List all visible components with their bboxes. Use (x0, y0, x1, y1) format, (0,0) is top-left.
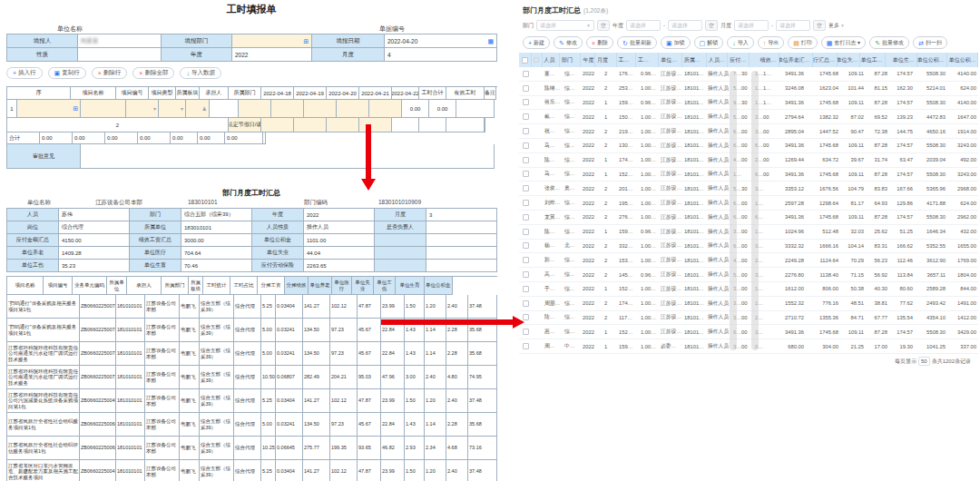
vertical-scrollbar[interactable] (751, 71, 759, 350)
table-row[interactable]: 陈继… 综… 2022 2 253… 1.00… 江苏设… 18101… 操作人… (519, 82, 978, 96)
table-row[interactable]: 张俊… 奥… 2022 2 201… 1.00… 江苏设… 18101… 操作人… (519, 182, 978, 196)
holiday-cell[interactable] (392, 118, 419, 133)
form-action-button[interactable]: × 删除全部 (132, 67, 174, 79)
toolbar-button[interactable]: ✎ 批量修改 (869, 36, 909, 49)
table-row[interactable]: 陈… 综… 2022 1 159… 0.96… 江苏设… 18101… 操作人员… (519, 225, 978, 240)
more-filters-button[interactable]: 更多▼ (828, 22, 845, 30)
row-checkbox[interactable] (523, 214, 529, 221)
table-row[interactable]: 刘烨… 综… 2022 2 195… 1.00… 江苏设… 18101… 操作人… (519, 196, 978, 211)
nature-field[interactable] (78, 48, 162, 62)
list-header-cell[interactable]: 年度 (581, 53, 595, 67)
reporter-field[interactable]: 刘某某 (78, 34, 162, 48)
list-header-cell[interactable]: 部门 (560, 53, 581, 67)
holiday-cell[interactable] (446, 118, 485, 133)
report-dept-field[interactable]: ⊞ (232, 34, 312, 48)
form-action-button[interactable]: × 删除行 (92, 67, 128, 79)
toolbar-button[interactable]: ⇄ 扫一扫 (913, 36, 947, 49)
form-action-button[interactable]: + 插入行 (6, 67, 43, 79)
row-checkbox[interactable] (523, 71, 529, 77)
dept-filter-select[interactable]: 请选择▼ (536, 20, 594, 31)
undertaker-input[interactable]: ♟ (186, 100, 210, 118)
list-header-cell[interactable]: 应付… (728, 53, 749, 67)
row-checkbox[interactable] (523, 85, 529, 92)
report-date-field[interactable]: 2022-04-20▦ (385, 34, 497, 48)
table-row[interactable]: 陈… 综… 2022 1 174… 1.00… 江苏设… 18101… 操作人员… (519, 153, 978, 168)
ref-picker-icon[interactable]: ⊞ (303, 38, 309, 44)
row-checkbox[interactable] (523, 343, 529, 349)
remark-cell[interactable] (456, 100, 495, 118)
year-to-input[interactable]: 请选择 (668, 20, 702, 31)
row-checkbox[interactable] (523, 99, 529, 105)
table-row[interactable]: 周… 中… 2022 1 159… 1.00… 必委… 18101… 操作人员 … (519, 339, 978, 354)
holiday-cell[interactable] (261, 118, 294, 133)
holiday-cell[interactable] (359, 118, 392, 133)
table-row[interactable]: 祖乐… 综… 2022 1 159… 0.96… 江苏设… 18101… 操作人… (519, 96, 978, 111)
toolbar-button[interactable]: ▦ 套打日志 ▾ (821, 36, 866, 49)
row-checkbox[interactable] (523, 257, 529, 263)
list-header-cell[interactable]: 单位医疗汇总… (813, 53, 838, 67)
list-header-cell[interactable]: 单位公积… (917, 53, 947, 67)
row-checkbox[interactable] (523, 300, 529, 307)
ref-picker-icon[interactable]: ⊞ (73, 105, 78, 113)
table-row[interactable]: 董… 综… 2022 2 176… 0.96… 江苏设… 18101… 操作人员… (519, 67, 978, 82)
row-checkbox[interactable] (523, 286, 529, 292)
list-header-cell[interactable]: 人员 (543, 53, 561, 67)
table-row[interactable]: 陆… 综… 2022 2 117… 1.00… 江苏设… 18101… 操作人员… (519, 311, 978, 326)
project-type-select[interactable]: ▾ (126, 100, 159, 118)
hours-input-0419[interactable] (271, 100, 304, 118)
toolbar-button[interactable]: ▤ 打印 (788, 36, 818, 49)
holiday-cell[interactable] (327, 118, 359, 133)
holiday-cell[interactable] (485, 118, 485, 133)
table-row[interactable]: 马… 综… 2022 1 152… 1.00… 江苏设… 18101… 操作人员… (519, 168, 978, 182)
list-header-cell[interactable]: 工… (636, 53, 659, 67)
row-checkbox[interactable] (523, 157, 529, 163)
form-action-button[interactable]: ↓ 导入数据 (180, 67, 221, 79)
month-to-input[interactable]: 请选择 (776, 20, 810, 31)
list-header-cell[interactable]: 人员… (707, 53, 728, 67)
month-from-input[interactable]: 请选择 (734, 20, 769, 31)
project-no-input[interactable] (81, 100, 126, 118)
list-header-cell[interactable]: 单位工… (860, 53, 885, 67)
year-from-input[interactable]: 请选择 (626, 20, 661, 31)
year-field[interactable]: 2022 (232, 48, 312, 62)
row-checkbox[interactable] (523, 200, 529, 206)
row-checkbox[interactable] (523, 142, 529, 149)
project-name-input[interactable]: ⊞ (17, 100, 81, 118)
toolbar-button[interactable]: + 新建 (523, 36, 550, 49)
table-row[interactable]: 马… 综… 2022 2 130… 1.00… 江苏设… 18101… 操作人员… (519, 139, 978, 153)
list-header-cell[interactable]: 单位公积… (947, 53, 978, 67)
table-row[interactable]: 戴… 综… 2022 1 150… 1.00… 江苏设… 18101… 操作人员… (519, 110, 978, 124)
table-row[interactable]: 于… 综… 2022 1 152… 1.00… 江苏设… 18101… 操作人员… (519, 282, 978, 297)
list-header-cell[interactable]: 单位养老汇… (779, 53, 813, 67)
hours-input-0420[interactable] (304, 100, 337, 118)
form-action-button[interactable]: ▣ 复制行 (48, 67, 86, 79)
holiday-cell[interactable] (294, 118, 327, 133)
list-header-cell[interactable]: 所属… (682, 53, 707, 67)
table-row[interactable]: 周朋… 综… 2022 2 174… 1.00… 江苏设… 18101… 操作人… (519, 297, 978, 311)
clear-dept-button[interactable]: 空 (597, 20, 610, 31)
list-header-cell[interactable]: 单位… (659, 53, 681, 67)
table-row[interactable]: 龙翼… 综… 2022 2 276… 1.00… 江苏设… 18101… 操作人… (519, 211, 978, 225)
list-header-cell[interactable]: 单位生… (886, 53, 917, 67)
hours-input-0422[interactable] (369, 100, 402, 118)
holiday-cell[interactable]: 2 (7, 118, 229, 133)
toolbar-button[interactable]: × 删除 (586, 36, 613, 49)
row-checkbox[interactable] (523, 128, 529, 134)
toolbar-button[interactable]: ▣ 加锁 (661, 36, 691, 49)
clear-year-button[interactable]: 空 (705, 20, 718, 31)
toolbar-button[interactable]: ↑ 导出 (758, 36, 785, 49)
toolbar-button[interactable]: ↻ 批量刷新 (617, 36, 657, 49)
table-row[interactable]: 郭… 综… 2022 2 153… 1.00… 江苏设… 18101… 操作人员… (519, 253, 978, 268)
holiday-cell[interactable] (419, 118, 446, 133)
hours-input-0418[interactable] (239, 100, 271, 118)
select-all-checkbox[interactable] (522, 57, 528, 64)
list-header-cell[interactable]: 工… (617, 53, 636, 67)
list-header-cell[interactable]: 绩效… (750, 53, 779, 67)
table-row[interactable]: 高… 综… 2022 2 145… 0.96… 江苏设… 18101… 操作人员… (519, 268, 978, 282)
per-page-input[interactable]: 50 (918, 357, 930, 366)
list-header-cell[interactable]: 月度 (595, 53, 616, 67)
calendar-icon[interactable]: ▦ (487, 38, 494, 44)
row-checkbox[interactable] (523, 185, 529, 191)
table-row[interactable]: 惠… 综… 2022 1 152… 1.00… 江苏设… 18101… 操作人员… (519, 325, 978, 339)
toolbar-button[interactable]: ▢ 解锁 (694, 36, 724, 49)
